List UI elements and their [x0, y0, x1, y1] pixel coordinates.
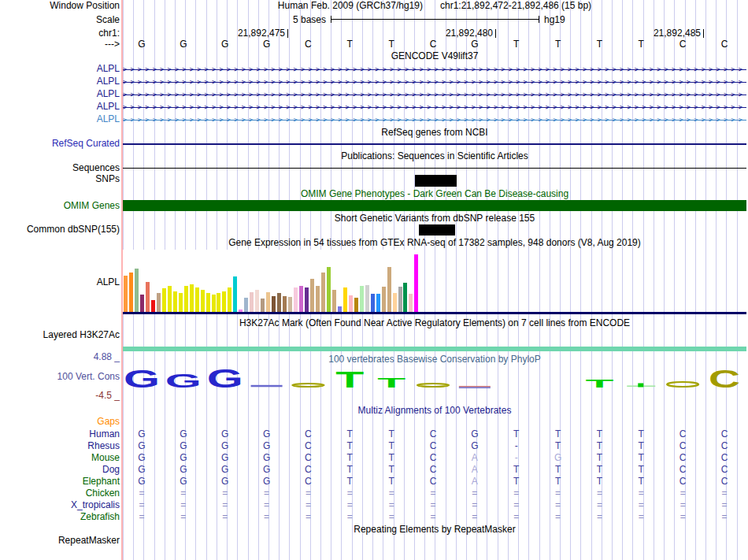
layered-h3k27ac-label[interactable]: Layered H3K27Ac	[0, 330, 120, 340]
gtex-bar[interactable]	[255, 290, 259, 312]
gencode-track-header[interactable]: GENCODE V49lift37	[123, 51, 746, 61]
gtex-bar[interactable]	[233, 276, 237, 312]
gtex-bar[interactable]	[382, 287, 386, 312]
publications-track-header[interactable]: Publications: Sequences in Scientific Ar…	[123, 151, 746, 161]
multiz-track-header[interactable]: Multiz Alignments of 100 Vertebrates	[123, 406, 746, 416]
gencode-transcript-label[interactable]: ALPL	[0, 89, 120, 99]
repeatmasker-track-header[interactable]: Repeating Elements by RepeatMasker	[123, 525, 746, 535]
gtex-bar[interactable]	[332, 290, 336, 312]
gtex-bar[interactable]	[414, 254, 418, 312]
snps-label[interactable]: SNPs	[0, 174, 120, 184]
gtex-bar[interactable]	[288, 297, 292, 312]
gtex-bar[interactable]	[321, 273, 325, 312]
gtex-bar[interactable]	[162, 288, 166, 312]
gencode-transcript-line[interactable]: >>>>>>>>>>>>>>>>>>>>>>>>>>>>>>>>>>>>>>>>…	[123, 115, 746, 124]
multiz-species-label[interactable]: Human	[0, 429, 120, 439]
gtex-bar[interactable]	[403, 283, 407, 312]
gtex-bar[interactable]	[365, 285, 369, 312]
gtex-bar[interactable]	[124, 276, 128, 312]
gtex-bar[interactable]	[146, 282, 150, 312]
multiz-species-label[interactable]: Elephant	[0, 477, 120, 487]
gtex-bar[interactable]	[239, 310, 243, 312]
common-dbsnp-label[interactable]: Common dbSNP(155)	[0, 224, 120, 235]
gtex-bar[interactable]	[151, 300, 155, 312]
gencode-transcript-label[interactable]: ALPL	[0, 76, 120, 87]
gtex-bar[interactable]	[376, 294, 380, 312]
gtex-bar[interactable]	[140, 295, 144, 312]
gtex-bar[interactable]	[387, 267, 391, 312]
multiz-species-label[interactable]: Chicken	[0, 488, 120, 499]
gtex-bar[interactable]	[168, 286, 172, 312]
multiz-species-label[interactable]: Mouse	[0, 453, 120, 463]
snp-item-box[interactable]	[415, 175, 457, 187]
gencode-transcript-line[interactable]: >>>>>>>>>>>>>>>>>>>>>>>>>>>>>>>>>>>>>>>>…	[123, 77, 746, 87]
gtex-bar[interactable]	[266, 292, 270, 312]
h3k27ac-track-header[interactable]: H3K27Ac Mark (Often Found Near Active Re…	[123, 318, 746, 328]
gencode-transcript-line[interactable]: >>>>>>>>>>>>>>>>>>>>>>>>>>>>>>>>>>>>>>>>…	[123, 102, 746, 112]
gencode-transcript-label[interactable]: ALPL	[0, 102, 120, 112]
dbsnp-track-header[interactable]: Short Genetic Variants from dbSNP releas…	[123, 213, 746, 224]
gencode-transcript-label[interactable]: ALPL	[0, 64, 120, 74]
gtex-gene-label[interactable]: ALPL	[0, 277, 120, 287]
gtex-bar[interactable]	[283, 296, 287, 312]
gtex-bar[interactable]	[310, 279, 314, 312]
phylop-track-label[interactable]: 100 Vert. Cons	[0, 372, 120, 382]
gtex-bar[interactable]	[343, 287, 347, 312]
gtex-bar[interactable]	[349, 295, 353, 312]
multiz-species-label[interactable]: Dog	[0, 465, 120, 475]
gtex-bar[interactable]	[222, 291, 226, 312]
multiz-gaps-label[interactable]: Gaps	[0, 417, 120, 427]
multiz-species-label[interactable]: Zebrafish	[0, 512, 120, 522]
multiz-base: G	[175, 429, 192, 439]
gtex-bar[interactable]	[327, 267, 331, 312]
gtex-track-header[interactable]: Gene Expression in 54 tissues from GTEx …	[123, 238, 746, 248]
gtex-bar[interactable]	[228, 287, 231, 312]
gtex-bar[interactable]	[195, 287, 199, 312]
gtex-bar[interactable]	[299, 286, 303, 312]
gtex-bar[interactable]	[294, 287, 298, 312]
gtex-bar[interactable]	[277, 293, 281, 312]
omim-gene-bar[interactable]	[123, 200, 746, 211]
multiz-species-label[interactable]: Rhesus	[0, 441, 120, 451]
gtex-bar[interactable]	[212, 295, 216, 312]
gencode-transcript-line[interactable]: >>>>>>>>>>>>>>>>>>>>>>>>>>>>>>>>>>>>>>>>…	[123, 90, 746, 99]
phylop-logo[interactable]: GGGTTTC	[123, 351, 746, 399]
repeatmasker-label[interactable]: RepeatMasker	[0, 536, 120, 546]
gtex-bar[interactable]	[272, 296, 276, 312]
sequences-line[interactable]	[123, 168, 746, 169]
gtex-bar[interactable]	[173, 291, 177, 312]
dbsnp-item-box[interactable]	[419, 224, 455, 235]
refseq-curated-label[interactable]: RefSeq Curated	[0, 139, 120, 149]
gtex-bar[interactable]	[135, 269, 139, 312]
gtex-bar[interactable]	[371, 294, 375, 312]
gtex-bar[interactable]	[184, 286, 188, 312]
gencode-transcript-line[interactable]: >>>>>>>>>>>>>>>>>>>>>>>>>>>>>>>>>>>>>>>>…	[123, 65, 746, 74]
sequences-label[interactable]: Sequences	[0, 163, 120, 173]
gtex-bar[interactable]	[190, 284, 194, 312]
gtex-bar[interactable]	[316, 286, 320, 312]
refseq-gene-line[interactable]	[123, 143, 746, 145]
refseq-track-header[interactable]: RefSeq genes from NCBI	[123, 128, 746, 138]
gtex-bar[interactable]	[393, 293, 397, 312]
gtex-bar[interactable]	[354, 298, 358, 312]
gtex-bar[interactable]	[157, 293, 161, 312]
gtex-bar[interactable]	[261, 299, 265, 312]
gtex-bar[interactable]	[250, 292, 254, 312]
gtex-bar[interactable]	[206, 293, 210, 312]
gencode-transcript-label[interactable]: ALPL	[0, 114, 120, 124]
omim-track-header[interactable]: OMIM Gene Phenotypes - Dark Green Can Be…	[123, 189, 746, 199]
gtex-bar[interactable]	[129, 273, 133, 312]
gtex-bar[interactable]	[217, 293, 220, 312]
gtex-bar[interactable]	[398, 287, 402, 312]
multiz-species-label[interactable]: X_tropicalis	[0, 500, 120, 510]
gtex-bar[interactable]	[305, 287, 309, 312]
gtex-bar[interactable]	[201, 290, 205, 312]
gtex-bar[interactable]	[409, 294, 413, 312]
gtex-bar[interactable]	[338, 306, 342, 312]
omim-genes-label[interactable]: OMIM Genes	[0, 201, 120, 211]
multiz-base: G	[217, 441, 234, 451]
multiz-base: C	[424, 453, 442, 463]
gtex-bar[interactable]	[244, 298, 248, 312]
gtex-bar[interactable]	[179, 293, 183, 312]
gtex-bar[interactable]	[360, 286, 364, 312]
